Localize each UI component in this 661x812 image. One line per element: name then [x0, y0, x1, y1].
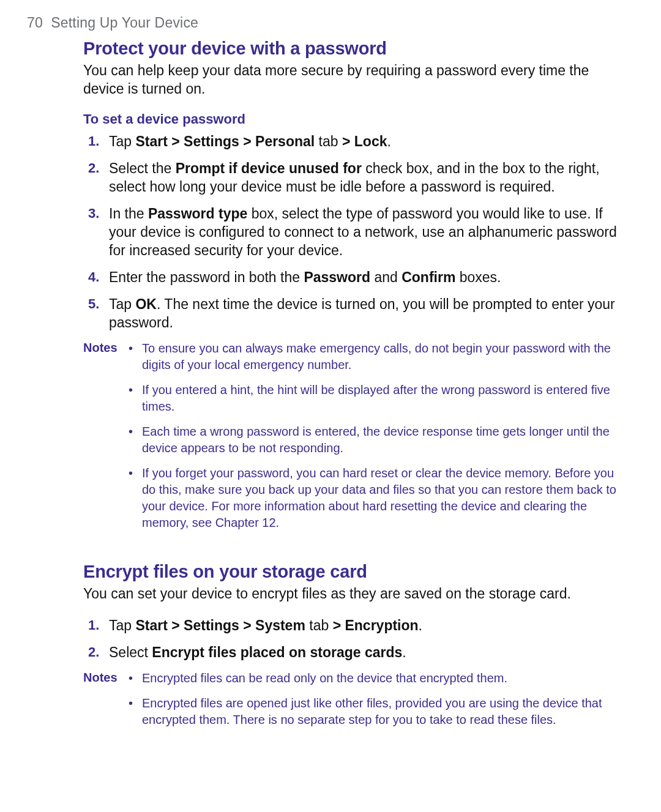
notes-list: Encrypted files can be read only on the …: [127, 670, 623, 737]
running-header: 70 Setting Up Your Device: [27, 15, 629, 31]
step-text: Tap OK. The next time the device is turn…: [109, 296, 615, 330]
page-root: 70 Setting Up Your Device Protect your d…: [0, 0, 661, 773]
steps-encrypt: 1. Tap Start > Settings > System tab > E…: [83, 616, 623, 661]
notes-block-encrypt: Notes Encrypted files can be read only o…: [83, 670, 623, 737]
note-item: If you forget your password, you can har…: [127, 465, 623, 531]
step-number: 2.: [88, 643, 99, 661]
section-intro-protect: You can help keep your data more secure …: [83, 61, 623, 98]
step-text: Select the Prompt if device unused for c…: [109, 160, 600, 195]
step-item: 3. In the Password type box, select the …: [109, 204, 623, 259]
notes-list: To ensure you can always make emergency …: [127, 340, 623, 540]
section-title-protect: Protect your device with a password: [83, 39, 623, 59]
note-item: Encrypted files are opened just like oth…: [127, 695, 623, 728]
step-item: 2. Select the Prompt if device unused fo…: [109, 159, 623, 196]
note-item: Each time a wrong password is entered, t…: [127, 423, 623, 456]
note-item: If you entered a hint, the hint will be …: [127, 382, 623, 415]
step-number: 2.: [88, 159, 99, 177]
notes-label: Notes: [83, 670, 127, 685]
step-item: 4. Enter the password in both the Passwo…: [109, 268, 623, 286]
notes-label: Notes: [83, 340, 127, 355]
step-text: Enter the password in both the Password …: [109, 269, 501, 285]
steps-set-password: 1. Tap Start > Settings > Personal tab >…: [83, 132, 623, 332]
step-number: 4.: [88, 268, 99, 286]
step-number: 5.: [88, 295, 99, 313]
step-item: 1. Tap Start > Settings > System tab > E…: [109, 616, 623, 635]
step-text: In the Password type box, select the typ…: [109, 206, 617, 258]
step-text: Select Encrypt files placed on storage c…: [109, 644, 406, 660]
notes-block-protect: Notes To ensure you can always make emer…: [83, 340, 623, 540]
step-item: 1. Tap Start > Settings > Personal tab >…: [109, 132, 623, 151]
step-number: 3.: [88, 204, 99, 223]
section-title-encrypt: Encrypt files on your storage card: [83, 562, 623, 582]
step-item: 5. Tap OK. The next time the device is t…: [109, 295, 623, 332]
running-title: Setting Up Your Device: [51, 15, 198, 31]
page-number: 70: [27, 15, 43, 31]
step-number: 1.: [88, 616, 99, 635]
note-item: Encrypted files can be read only on the …: [127, 670, 623, 687]
step-text: Tap Start > Settings > System tab > Encr…: [109, 617, 422, 633]
step-number: 1.: [88, 132, 99, 151]
subheading-set-password: To set a device password: [83, 111, 623, 127]
step-text: Tap Start > Settings > Personal tab > Lo…: [109, 133, 391, 149]
content-area: Protect your device with a password You …: [27, 39, 629, 737]
section-intro-encrypt: You can set your device to encrypt files…: [83, 584, 623, 603]
note-item: To ensure you can always make emergency …: [127, 340, 623, 373]
step-item: 2. Select Encrypt files placed on storag…: [109, 643, 623, 661]
